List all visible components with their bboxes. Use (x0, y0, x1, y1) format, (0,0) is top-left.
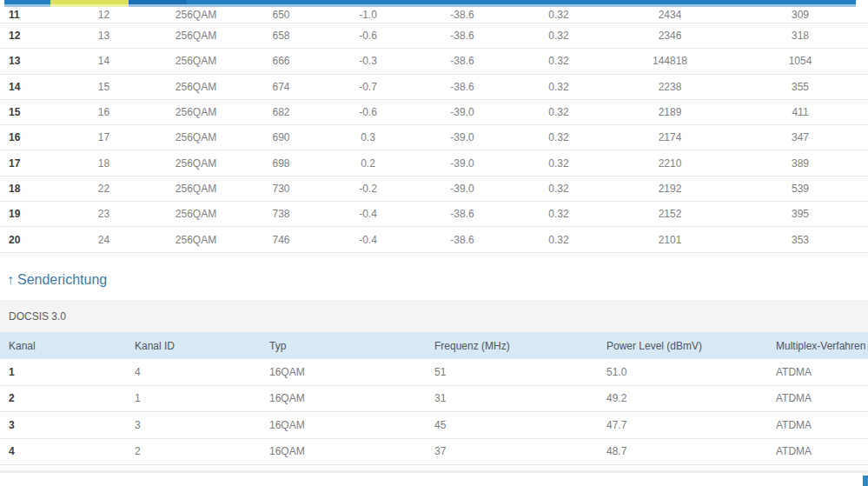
cell-power-level: 47.7 (598, 412, 767, 439)
downstream-table-row: 15 16 256QAM 682 -0.6 -39.0 0.32 2189 41… (0, 99, 868, 124)
content-divider (0, 470, 868, 473)
cell-value: 539 (732, 176, 868, 201)
cell-frequenz: 45 (426, 412, 598, 439)
cell-multiplex: ATDMA (767, 438, 868, 465)
cell-multiplex: ATDMA (767, 412, 868, 439)
downstream-table-row: 11 12 256QAM 650 -1.0 -38.6 0.32 2434 30… (0, 7, 868, 23)
cell-typ: 256QAM (151, 125, 241, 150)
cell-value: 0.32 (510, 227, 607, 252)
cell-value: 0.32 (510, 49, 607, 74)
docsis-version-label: DOCSIS 3.0 (9, 310, 66, 323)
cell-value: 347 (732, 125, 868, 150)
cell-kanal-id: 2 (126, 438, 261, 465)
cell-kanal-id: 22 (56, 176, 151, 201)
cell-value: 2210 (607, 150, 732, 176)
cell-typ: 256QAM (151, 150, 241, 176)
cell-value: -38.6 (414, 49, 510, 74)
header-strip-segment (129, 0, 187, 7)
sticky-table-header-strip (0, 0, 868, 7)
column-header-typ[interactable]: Typ (261, 332, 426, 359)
cell-kanal-id: 1 (126, 385, 261, 412)
downstream-table-row: 13 14 256QAM 666 -0.3 -38.6 0.32 144818 … (0, 49, 868, 74)
cell-value: 0.32 (510, 74, 607, 99)
cell-kanal-id: 18 (56, 150, 151, 176)
downstream-table-row: 18 22 256QAM 730 -0.2 -39.0 0.32 2192 53… (0, 176, 868, 201)
cell-power-level: 48.7 (598, 438, 767, 465)
cell-power-level: 0.3 (321, 125, 414, 150)
cell-frequenz: 690 (241, 125, 321, 150)
column-header-frequenz[interactable]: Frequenz (MHz) (426, 332, 598, 359)
cell-value: 2174 (607, 125, 732, 150)
cell-frequenz: 51 (426, 359, 598, 385)
cell-typ: 256QAM (151, 227, 241, 252)
cell-kanal: 2 (0, 385, 126, 412)
cell-multiplex: ATDMA (767, 385, 868, 412)
cell-value: 355 (732, 74, 868, 99)
cell-value: -38.6 (414, 202, 510, 227)
cell-frequenz: 738 (241, 202, 321, 227)
cell-value: 0.32 (510, 125, 607, 150)
cell-value: 2189 (607, 99, 732, 124)
cell-value: 0.32 (510, 99, 607, 124)
cell-frequenz: 666 (241, 49, 321, 74)
upstream-channel-table: Kanal Kanal ID Typ Frequenz (MHz) Power … (0, 332, 868, 465)
column-header-kanal-id[interactable]: Kanal ID (126, 332, 261, 359)
cell-value: 2238 (607, 74, 732, 99)
cell-typ: 16QAM (261, 438, 426, 465)
cell-value: -39.0 (414, 176, 510, 201)
cell-power-level: -0.2 (321, 176, 414, 201)
cell-value: 411 (732, 99, 868, 124)
cell-frequenz: 682 (241, 99, 321, 124)
cell-power-level: -0.6 (321, 99, 414, 124)
cell-value: -39.0 (414, 99, 510, 124)
cell-typ: 256QAM (151, 7, 241, 23)
cell-kanal: 20 (0, 227, 56, 252)
cell-value: 309 (732, 7, 868, 23)
header-strip-segment (4, 0, 50, 7)
cell-kanal-id: 4 (126, 359, 261, 385)
header-strip-right-gap (856, 0, 868, 7)
cell-value: 389 (732, 150, 868, 176)
cell-kanal-id: 17 (56, 125, 151, 150)
cell-typ: 256QAM (151, 176, 241, 201)
scrollbar-thumb[interactable] (863, 476, 868, 486)
cell-value: -38.6 (414, 227, 510, 252)
sorted-column-highlight (50, 0, 129, 7)
downstream-table-row: 14 15 256QAM 674 -0.7 -38.6 0.32 2238 35… (0, 74, 868, 99)
cell-value: 2346 (607, 23, 732, 49)
cell-kanal: 15 (0, 99, 56, 124)
cell-value: -38.6 (414, 74, 510, 99)
cell-kanal: 13 (0, 49, 56, 74)
cell-value: -39.0 (414, 125, 510, 150)
cell-value: 395 (732, 202, 868, 227)
cell-value: 0.32 (510, 202, 607, 227)
cell-kanal-id: 15 (56, 74, 151, 99)
column-header-power-level[interactable]: Power Level (dBmV) (598, 332, 767, 359)
header-strip-segment (187, 0, 856, 7)
cell-typ: 256QAM (151, 74, 241, 99)
cell-kanal-id: 13 (56, 23, 151, 49)
cell-kanal-id: 12 (56, 7, 151, 23)
cell-typ: 256QAM (151, 99, 241, 124)
cell-multiplex: ATDMA (767, 359, 868, 385)
cell-value: 0.32 (510, 23, 607, 49)
docsis-version-bar: DOCSIS 3.0 (0, 300, 868, 332)
cell-kanal: 17 (0, 150, 56, 176)
upstream-section-heading: ↑Senderichtung (7, 271, 107, 289)
cell-typ: 256QAM (151, 202, 241, 227)
cell-power-level: 0.2 (321, 150, 414, 176)
cell-kanal: 3 (0, 412, 126, 439)
column-header-multiplex[interactable]: Multiplex-Verfahren (767, 332, 868, 359)
cell-value: 2434 (607, 7, 732, 23)
cell-kanal-id: 14 (56, 49, 151, 74)
cell-frequenz: 31 (426, 385, 598, 412)
cell-typ: 16QAM (261, 359, 426, 385)
cell-power-level: 49.2 (598, 385, 767, 412)
cell-value: 0.32 (510, 176, 607, 201)
cell-frequenz: 746 (241, 227, 321, 252)
cell-value: 1054 (732, 49, 868, 74)
cell-power-level: -1.0 (321, 7, 414, 23)
column-header-kanal[interactable]: Kanal (0, 332, 126, 359)
cell-kanal: 16 (0, 125, 56, 150)
cell-frequenz: 730 (241, 176, 321, 201)
